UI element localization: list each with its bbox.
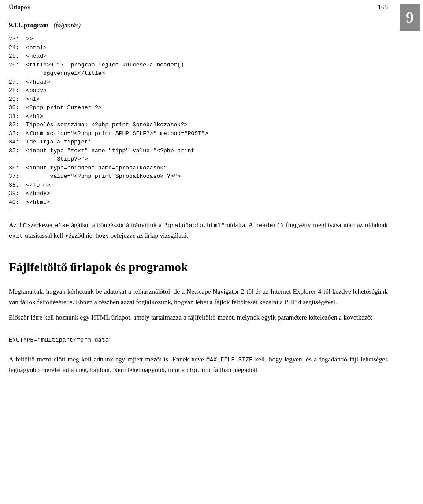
- code-line: függvénnyel</title>: [9, 69, 388, 78]
- code-line: 24: <html>: [9, 44, 388, 52]
- code-phpini: php.ini: [186, 367, 212, 374]
- code-line: 25: <head>: [9, 52, 388, 61]
- code-line: 28: <body>: [9, 86, 388, 95]
- code-if: if: [19, 222, 26, 229]
- code-line: 38: </form>: [9, 181, 388, 190]
- code-line: 32: Tippelés sorszáma: <?php print $prob…: [9, 121, 388, 129]
- program-continuation: (folytatás): [53, 22, 81, 29]
- code-line: 39: </body>: [9, 189, 388, 198]
- paragraph-if: Az if szerkezet else ágában a böngészőt …: [9, 220, 388, 241]
- chapter-number: 9: [400, 4, 420, 31]
- code-line: 36: <input type="hidden" name="probalkoz…: [9, 164, 388, 173]
- code-block: 23: ?>24: <html>25: <head>26: <title>9.1…: [9, 33, 388, 209]
- code-line: 23: ?>: [9, 35, 388, 44]
- page-container: Űrlapok 165 9.13. program (folytatás) 23…: [0, 0, 423, 504]
- page-number: 165: [378, 4, 388, 11]
- section-title: Fájlfeltöltő űrlapok és programok: [9, 260, 388, 275]
- code-header: header(): [255, 222, 284, 229]
- enctype-code: ENCTYPE="multipart/form-data": [9, 337, 112, 343]
- program-section: 9.13. program (folytatás) 23: ?>24: <htm…: [0, 15, 397, 213]
- program-heading: 9.13. program (folytatás): [9, 22, 388, 29]
- page-header: Űrlapok 165: [0, 0, 397, 15]
- code-line: 35: <input type="text" name="tipp" value…: [9, 147, 388, 155]
- page-title: Űrlapok: [9, 4, 30, 11]
- main-content: Űrlapok 165 9.13. program (folytatás) 23…: [0, 0, 397, 504]
- code-line: 34: Ide írja a tippjét:: [9, 138, 388, 147]
- program-label: 9.13. program: [9, 22, 48, 29]
- final-text-section: A feltöltő mező előtt meg kell adnunk eg…: [0, 348, 397, 385]
- code-line: 33: <form action="<?php print $PHP_SELF?…: [9, 129, 388, 138]
- code-gratulacio: "gratulacio.html": [164, 222, 225, 229]
- code-line: 30: <?php print $uzenet ?>: [9, 103, 388, 112]
- enctype-block: ENCTYPE="multipart/form-data": [0, 332, 397, 348]
- code-exit: exit: [9, 233, 23, 239]
- code-else: else: [55, 222, 69, 229]
- code-line: 26: <title>9.13. program Fejléc küldése …: [9, 61, 388, 70]
- right-sidebar: 9: [397, 0, 423, 504]
- code-line: 40: </html>: [9, 198, 388, 207]
- code-line: 27: </head>: [9, 78, 388, 87]
- section-paragraph-1: Megtanultuk, hogyan kérhetünk be adatoka…: [9, 287, 388, 307]
- section-heading: Fájlfeltöltő űrlapok és programok: [0, 251, 397, 280]
- code-line: $tipp?>">: [9, 155, 388, 164]
- final-paragraph: A feltöltő mező előtt meg kell adnunk eg…: [9, 354, 388, 375]
- code-line: 31: </h1>: [9, 112, 388, 121]
- code-line: 29: <h1>: [9, 95, 388, 104]
- section-paragraph-2: Először létre kell hoznunk egy HTML űrla…: [9, 313, 388, 323]
- code-line: 37: value="<?php print $probalkozasok ?>…: [9, 172, 388, 181]
- section-text: Megtanultuk, hogyan kérhetünk be adatoka…: [0, 280, 397, 332]
- code-max-file-size: MAX_FILE_SIZE: [206, 357, 252, 363]
- text-section-1: Az if szerkezet else ágában a böngészőt …: [0, 213, 397, 251]
